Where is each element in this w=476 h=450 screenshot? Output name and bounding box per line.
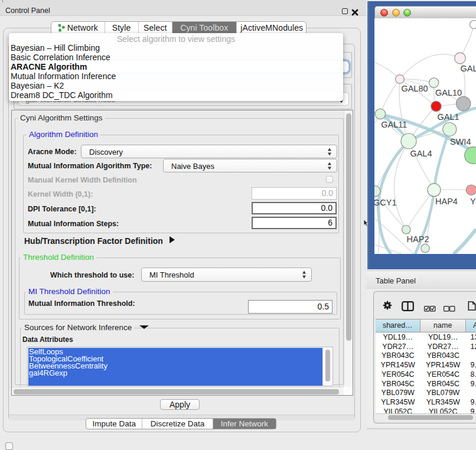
manual-kernel-width-checkbox[interactable] — [326, 176, 333, 183]
algorithm-option[interactable]: Dream8 DC_TDC Algorithm — [11, 90, 113, 100]
tab-network[interactable]: Network — [51, 22, 105, 34]
network-node[interactable] — [443, 123, 457, 136]
table-row[interactable]: YBR045CYBR045C9. — [376, 379, 476, 389]
algorithm-option-label: Dream8 DC_TDC Algorithm — [11, 90, 113, 100]
tab-impute-data[interactable]: Impute Data — [86, 419, 142, 429]
unselect-all-columns-icon[interactable] — [444, 304, 455, 314]
mi-algorithm-type-combobox[interactable]: Naive Bayes — [163, 159, 337, 172]
tab-select[interactable]: Select — [139, 22, 173, 34]
table-row[interactable]: YBL079WYBL079W — [376, 389, 476, 398]
gear-icon[interactable] — [383, 301, 392, 312]
tab-discretize-data[interactable]: Discretize Data — [142, 419, 213, 429]
network-node-label: GAL11 — [381, 120, 407, 129]
tab-jactivemnodules[interactable]: jActiveMNodules — [237, 22, 308, 34]
close-traffic-light-icon[interactable] — [380, 9, 388, 17]
tab-infer-network[interactable]: Infer Network — [213, 419, 276, 429]
settings-vertical-scrollbar[interactable] — [344, 110, 353, 387]
minimize-traffic-light-icon[interactable] — [392, 9, 400, 17]
settings-horizontal-scrollbar[interactable] — [12, 387, 345, 395]
network-edge[interactable] — [374, 60, 400, 79]
list-vertical-scrollbar[interactable] — [322, 348, 332, 386]
table-row[interactable]: YLR345WYLR345W9. — [376, 397, 476, 407]
which-threshold-value: MI Threshold — [149, 270, 194, 279]
network-node[interactable] — [455, 53, 466, 64]
network-node[interactable] — [396, 75, 405, 84]
network-node[interactable] — [421, 244, 429, 252]
table-row[interactable]: YDR27…YDR27…12 — [376, 342, 476, 351]
data-attribute-item[interactable]: gal4RGexp — [29, 370, 67, 377]
network-node[interactable] — [375, 109, 385, 119]
cell-col3: 12 — [466, 342, 476, 351]
tab-label: Infer Network — [221, 419, 268, 428]
aracne-mode-combobox[interactable]: Discovery — [81, 145, 337, 158]
new-table-icon[interactable] — [468, 301, 476, 314]
scrollbar-corner — [344, 387, 353, 395]
column-header-name[interactable]: name — [420, 319, 467, 332]
scrollbar-thumb[interactable] — [346, 113, 351, 341]
algorithm-option[interactable]: Bayesian – Hill Climbing — [11, 43, 100, 53]
network-node-label: GCY1 — [374, 198, 397, 207]
network-edge[interactable] — [375, 141, 409, 191]
bottom-left-checkbox[interactable] — [5, 442, 13, 450]
column-header-col3[interactable]: A — [466, 319, 476, 332]
algorithm-option[interactable]: Bayesian – K2 — [11, 81, 64, 90]
cell-name: YBL079W — [420, 389, 467, 398]
table-horizontal-scrollbar[interactable] — [376, 413, 476, 421]
select-all-columns-icon[interactable] — [424, 304, 436, 314]
cell-shared-name: YLR345W — [376, 397, 420, 407]
network-node[interactable] — [429, 78, 439, 87]
table-row[interactable]: YIL052CYIL052C9 — [376, 407, 476, 413]
apply-button[interactable]: Apply — [160, 399, 200, 410]
network-node[interactable] — [402, 226, 410, 234]
expand-arrow-icon[interactable] — [169, 236, 175, 243]
mi-threshold-field[interactable]: 0.5 — [248, 300, 332, 314]
network-canvas[interactable]: GAL2 GAL80 GAL10 GAL1 GAL11 SWI4 GAL4 GC… — [374, 18, 476, 254]
table-row[interactable]: YBR043CYBR043C — [376, 351, 476, 361]
float-window-icon[interactable] — [342, 8, 348, 14]
network-window-titlebar[interactable] — [374, 6, 476, 19]
collapse-arrow-icon[interactable] — [139, 325, 149, 329]
control-panel-titlebar[interactable]: Control Panel — [0, 0, 366, 16]
algorithm-option[interactable]: ARACNE Algorithm — [11, 62, 87, 71]
algorithm-option[interactable]: Mutual Information Inference — [11, 71, 116, 81]
control-panel-tabs: Network Style Select Cyni Toolbox jActiv… — [51, 21, 307, 34]
network-node[interactable] — [457, 96, 471, 110]
network-node[interactable] — [466, 185, 476, 195]
scrollbar-thumb[interactable] — [14, 389, 339, 394]
network-node[interactable] — [431, 101, 441, 111]
tab-style[interactable]: Style — [105, 22, 139, 34]
network-edge[interactable] — [454, 229, 476, 254]
cyni-settings-scrollpane: Cyni Algorithm Settings Algorithm Defini… — [11, 110, 353, 396]
tab-cyni-toolbox[interactable]: Cyni Toolbox — [172, 22, 237, 34]
kernel-width-field[interactable]: 0.0 — [252, 187, 337, 200]
cell-col3: 9. — [466, 360, 476, 370]
scrollbar-thumb[interactable] — [325, 350, 330, 381]
data-attribute-label: gal4RGexp — [29, 369, 67, 377]
hub-definition-label[interactable]: Hub/Transcription Factor Definition — [24, 236, 163, 246]
scrollbar-thumb[interactable] — [388, 415, 473, 420]
data-attributes-list[interactable]: SelfLoops TopologicalCoefficient Between… — [27, 347, 333, 386]
table-row[interactable]: YDL19…YDL19…13 — [376, 332, 476, 342]
network-node[interactable] — [465, 147, 476, 164]
threshold-definition-title: Threshold Definition — [21, 253, 96, 262]
network-node[interactable] — [428, 184, 441, 197]
algorithm-option[interactable]: Basic Correlation Inference — [11, 53, 110, 62]
split-columns-icon[interactable] — [402, 301, 414, 314]
network-edge[interactable] — [380, 79, 400, 114]
zoom-traffic-light-icon[interactable] — [403, 9, 411, 17]
network-node[interactable] — [470, 21, 476, 29]
mi-steps-field[interactable]: 6 — [252, 217, 337, 229]
network-node-label: HAP2 — [407, 234, 429, 244]
network-node[interactable] — [401, 133, 416, 149]
network-edge[interactable] — [400, 54, 460, 79]
dpi-tolerance-field[interactable]: 0.0 — [252, 202, 337, 214]
network-node-label: Y — [470, 197, 476, 206]
table-row[interactable]: YPR145WYPR145W9. — [376, 360, 476, 370]
close-icon[interactable] — [351, 8, 358, 15]
table-row[interactable]: YER054CYER054C8. — [376, 370, 476, 379]
table-panel-titlebar[interactable]: Table Panel — [367, 270, 476, 289]
which-threshold-combobox[interactable]: MI Threshold — [141, 268, 312, 282]
network-node-label: GAL10 — [435, 88, 462, 97]
column-header-shared-name[interactable]: shared… — [376, 319, 420, 332]
tab-label: Discretize Data — [151, 419, 205, 428]
